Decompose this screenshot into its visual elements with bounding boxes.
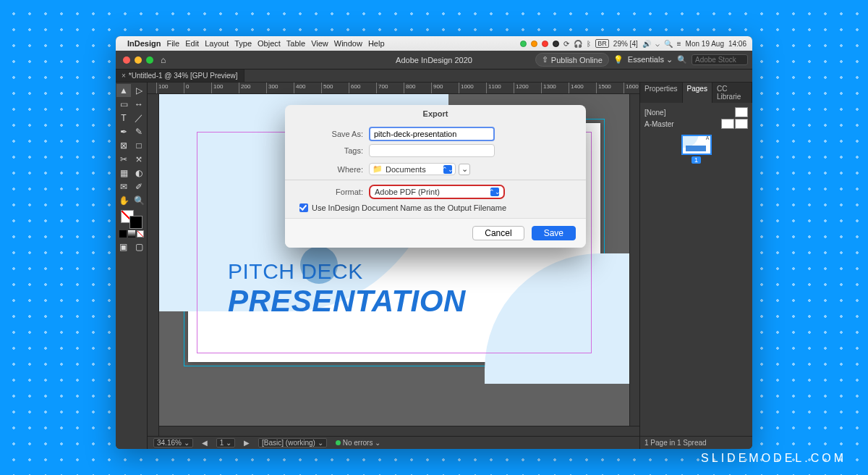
- ruler-tick: 1300: [541, 83, 556, 93]
- apply-color-icon[interactable]: [119, 230, 127, 238]
- page-nav-prev-icon[interactable]: ◀: [202, 439, 208, 447]
- clock-time[interactable]: 14:06: [728, 40, 746, 48]
- bluetooth-icon[interactable]: ᛒ: [587, 40, 591, 48]
- free-transform-tool-icon[interactable]: ⤧: [132, 153, 146, 166]
- ruler-tick: 1400: [569, 83, 584, 93]
- fill-stroke-swatches[interactable]: [121, 210, 142, 229]
- direct-selection-tool-icon[interactable]: ▷: [132, 84, 146, 97]
- cancel-button[interactable]: Cancel: [472, 226, 524, 240]
- menu-object[interactable]: Object: [258, 39, 281, 48]
- line-tool-icon[interactable]: ／: [132, 112, 146, 125]
- menu-view[interactable]: View: [311, 39, 328, 48]
- app-title: Adobe InDesign 2020: [396, 56, 472, 64]
- menu-table[interactable]: Table: [286, 39, 305, 48]
- vertical-scrollbar[interactable]: [629, 94, 639, 426]
- app-menu[interactable]: InDesign: [127, 39, 161, 48]
- format-label: Format:: [299, 188, 369, 196]
- where-selector[interactable]: 📁Documents ⌃⌄: [369, 163, 456, 175]
- expand-dialog-button[interactable]: ⌄: [459, 164, 470, 175]
- rectangle-frame-tool-icon[interactable]: ⊠: [116, 139, 131, 152]
- rectangle-tool-icon[interactable]: □: [132, 139, 146, 152]
- status-dot-black-icon[interactable]: [553, 41, 559, 47]
- workspace-selector[interactable]: Essentials ⌄: [628, 55, 673, 64]
- save-as-input[interactable]: [369, 127, 495, 141]
- menu-window[interactable]: Window: [334, 39, 362, 48]
- wifi-icon[interactable]: ⌵: [655, 40, 660, 48]
- use-doc-name-checkbox-row[interactable]: Use InDesign Document Name as the Output…: [299, 203, 571, 212]
- watermark: SLIDEMODEL.COM: [701, 452, 846, 465]
- format-selector[interactable]: Adobe PDF (Print) ⌃⌄: [369, 185, 505, 199]
- page-nav-field[interactable]: 1 ⌄: [216, 438, 235, 447]
- window-close-icon[interactable]: [123, 56, 130, 64]
- keyboard-layout[interactable]: BR: [595, 39, 609, 48]
- selection-tool-icon[interactable]: ▲: [116, 84, 131, 97]
- layer-indicator-label: [Basic] (working): [262, 439, 315, 447]
- sync-icon[interactable]: ⟳: [563, 40, 569, 48]
- note-tool-icon[interactable]: ✉: [116, 180, 131, 193]
- zoom-tool-icon[interactable]: 🔍: [132, 194, 146, 207]
- dropdown-toggle-icon: ⌃⌄: [443, 165, 452, 174]
- page-nav-next-icon[interactable]: ▶: [244, 439, 250, 447]
- pencil-tool-icon[interactable]: ✎: [132, 125, 146, 138]
- master-none-label: [None]: [644, 109, 665, 117]
- horizontal-scrollbar[interactable]: [159, 426, 639, 436]
- layer-indicator[interactable]: [Basic] (working) ⌄: [258, 438, 327, 447]
- page-tool-icon[interactable]: ▭: [116, 98, 131, 111]
- where-value: Documents: [386, 165, 426, 174]
- type-tool-icon[interactable]: T: [116, 112, 131, 125]
- headphones-icon[interactable]: 🎧: [574, 40, 582, 48]
- horizontal-ruler[interactable]: 1000100200300400500600700800900100011001…: [148, 83, 639, 94]
- vertical-ruler[interactable]: [148, 94, 159, 436]
- document-tab[interactable]: × *Untitled-1 @ 34% [GPU Preview]: [116, 70, 244, 82]
- gradient-swatch-tool-icon[interactable]: ▦: [116, 167, 131, 180]
- status-dot-red-icon[interactable]: [542, 41, 548, 47]
- menu-edit[interactable]: Edit: [185, 39, 199, 48]
- gap-tool-icon[interactable]: ↔: [132, 98, 146, 111]
- checkbox-checked-icon[interactable]: [299, 203, 308, 212]
- view-mode-preview-icon[interactable]: ▢: [132, 240, 147, 253]
- menu-type[interactable]: Type: [234, 39, 252, 48]
- apply-gradient-icon[interactable]: [128, 230, 135, 238]
- page-thumbnail[interactable]: A 1: [644, 135, 748, 164]
- window-minimize-icon[interactable]: [135, 56, 142, 64]
- hand-tool-icon[interactable]: ✋: [116, 194, 131, 207]
- preflight-status[interactable]: No errors ⌄: [336, 439, 380, 447]
- tab-close-icon[interactable]: ×: [122, 72, 126, 80]
- battery-percent[interactable]: 29% [4]: [613, 40, 638, 48]
- master-a-row[interactable]: A-Master: [644, 119, 748, 129]
- status-dot-orange-icon[interactable]: [531, 41, 537, 47]
- tab-cc-libraries[interactable]: CC Librarie: [712, 83, 752, 103]
- gradient-feather-tool-icon[interactable]: ◐: [132, 167, 146, 180]
- window-zoom-icon[interactable]: [146, 56, 153, 64]
- control-center-icon[interactable]: ≡: [677, 40, 681, 48]
- status-dot-green-icon[interactable]: [520, 41, 527, 47]
- search-input[interactable]: [692, 54, 748, 65]
- apply-none-icon[interactable]: [137, 230, 144, 238]
- speaker-icon[interactable]: 🔊: [642, 40, 651, 48]
- menu-help[interactable]: Help: [368, 39, 385, 48]
- pen-tool-icon[interactable]: ✒: [116, 125, 131, 138]
- master-none-row[interactable]: [None]: [644, 107, 748, 117]
- ruler-tick: 200: [239, 83, 250, 93]
- ruler-tick: 1200: [514, 83, 529, 93]
- home-icon[interactable]: ⌂: [161, 55, 166, 65]
- tips-icon[interactable]: 💡: [613, 55, 624, 64]
- window-traffic-lights: [116, 56, 153, 64]
- search-icon[interactable]: 🔍: [664, 40, 673, 48]
- ruler-tick: 100: [156, 83, 168, 93]
- view-mode-normal-icon[interactable]: ▣: [116, 240, 131, 253]
- tab-properties[interactable]: Properties: [640, 83, 683, 103]
- publish-online-button[interactable]: ⇧ Publish Online: [535, 53, 609, 67]
- tab-pages[interactable]: Pages: [683, 83, 712, 103]
- tags-input[interactable]: [369, 144, 495, 157]
- scissors-tool-icon[interactable]: ✂: [116, 153, 131, 166]
- zoom-level[interactable]: 34.16% ⌄: [153, 438, 193, 447]
- stroke-swatch-icon[interactable]: [129, 216, 142, 229]
- ruler-tick: 1100: [486, 83, 501, 93]
- eyedropper-tool-icon[interactable]: ✐: [132, 180, 146, 193]
- ruler-tick: 600: [349, 83, 360, 93]
- menu-layout[interactable]: Layout: [205, 39, 229, 48]
- menu-file[interactable]: File: [166, 39, 179, 48]
- save-button[interactable]: Save: [532, 226, 576, 240]
- clock-date[interactable]: Mon 19 Aug: [686, 40, 724, 48]
